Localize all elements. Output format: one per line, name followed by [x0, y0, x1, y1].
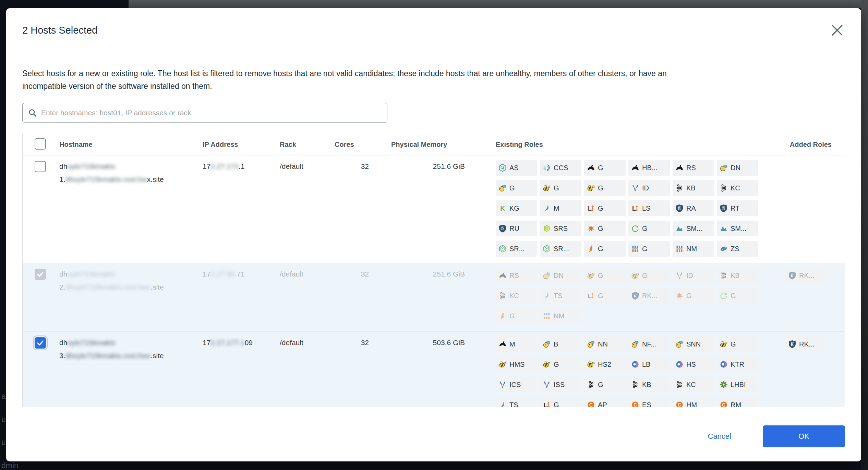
memory-cell: 251.6 GiB — [381, 263, 477, 331]
bee-icon — [587, 271, 595, 280]
role-badge-label: G — [554, 361, 559, 368]
role-badge-label: HS — [686, 361, 696, 368]
orca-icon — [587, 164, 595, 172]
role-badge-label: KB — [731, 272, 740, 280]
role-badge-label: ZS — [731, 245, 739, 253]
role-badge-label: HS2 — [598, 361, 611, 368]
cms-icon: C — [675, 401, 684, 407]
impala-icon — [498, 380, 507, 389]
role-badge: ISS — [540, 377, 581, 392]
role-badge-label: G — [686, 292, 692, 300]
memory-cell: 503.6 GiB — [381, 332, 477, 407]
role-badge: G — [673, 288, 714, 304]
role-badge-label: G — [554, 401, 559, 407]
role-badge: G — [540, 180, 581, 196]
role-badge: M — [540, 200, 581, 216]
dialog-footer: Cancel OK — [708, 425, 845, 447]
smm-icon — [720, 224, 728, 233]
bee-icon — [587, 184, 595, 192]
role-badge: SM... — [717, 221, 758, 236]
role-badge-label: G — [598, 272, 603, 280]
svg-text:C: C — [589, 402, 593, 407]
orca-icon — [631, 164, 639, 172]
role-badge-label: ISS — [554, 381, 565, 389]
ip-address-cell: 172.27.172.1 — [203, 155, 280, 263]
impala-icon — [543, 380, 551, 389]
role-badge: RRK... — [785, 336, 825, 352]
role-badge: G — [717, 336, 758, 352]
hostname-cell: dhoyle715kmakts2.dhoyle715kmakts.root.hw… — [59, 263, 203, 331]
role-badge: RS — [673, 160, 714, 176]
cores-cell: 32 — [335, 155, 381, 263]
hostname-cell: dhoyle715kmakts1.dhoyle715kmakts.root.hw… — [59, 155, 203, 263]
role-badge-label: KC — [731, 184, 740, 192]
kudu-icon — [543, 204, 551, 212]
role-badge: ID — [673, 268, 714, 283]
role-badge: NM — [540, 308, 581, 324]
role-badge: KKG — [496, 200, 537, 216]
role-badge: G — [628, 241, 670, 257]
knox-icon: K — [498, 204, 507, 212]
table-row[interactable]: dhoyle715kmakts1.dhoyle715kmakts.root.hw… — [23, 155, 845, 263]
role-badge: G — [540, 356, 581, 372]
table-body: dhoyle715kmakts1.dhoyle715kmakts.root.hw… — [23, 155, 845, 407]
role-badge-label: NN — [598, 340, 608, 348]
cores-cell: 32 — [335, 332, 381, 407]
host-checkbox[interactable] — [35, 337, 46, 349]
role-badge: LG — [584, 200, 626, 216]
hostname-fqdn: 2.dhoyle715kmakts.root.hwx.site — [59, 283, 203, 291]
solr-icon — [675, 292, 684, 300]
host-checkbox[interactable] — [35, 161, 46, 172]
role-badge-label: ID — [642, 184, 649, 192]
kafka-icon — [631, 380, 639, 389]
ranger-icon: R — [675, 204, 684, 212]
role-badge: NF... — [628, 336, 670, 352]
role-badge-label: G — [598, 245, 603, 253]
select-all-checkbox[interactable] — [35, 138, 46, 150]
role-badge: CAP — [584, 397, 626, 407]
svg-text:C: C — [722, 402, 725, 407]
kafka-icon — [675, 380, 684, 389]
role-badge: G — [628, 221, 670, 236]
column-header-existing-roles: Existing Roles — [477, 141, 785, 149]
table-row[interactable]: dhoyle715kmakts3.dhoyle715kmakts.root.hw… — [23, 331, 845, 407]
memory-cell: 251.6 GiB — [381, 155, 477, 263]
hue-icon — [720, 360, 728, 368]
role-badge: RRU — [496, 221, 537, 236]
hostname: dhoyle715kmakts — [59, 270, 203, 278]
spark-icon — [631, 224, 639, 233]
impala-icon — [631, 184, 639, 192]
yarn-icon — [675, 245, 684, 253]
impala-icon — [675, 271, 684, 280]
cores-cell: 32 — [335, 263, 381, 331]
role-badge-label: G — [642, 272, 648, 280]
role-badge-label: ES — [642, 401, 651, 407]
close-icon[interactable] — [830, 23, 844, 37]
role-badge: ZS — [717, 241, 758, 257]
ok-button[interactable]: OK — [763, 425, 845, 447]
role-badge: ICS — [496, 377, 537, 392]
role-badge-label: AP — [598, 401, 607, 407]
role-badge: RS — [496, 268, 537, 283]
role-badge-label: SM... — [731, 225, 747, 233]
svg-text:L: L — [544, 402, 547, 407]
table-row[interactable]: dhoyle715kmakts2.dhoyle715kmakts.root.hw… — [23, 263, 845, 331]
hostname-cell: dhoyle715kmakts3.dhoyle715kmakts.root.hw… — [59, 332, 203, 407]
elephant-icon — [498, 184, 507, 192]
kafka-icon — [675, 184, 684, 192]
hostname: dhoyle715kmakts — [59, 339, 203, 347]
role-badge: SRS — [540, 221, 581, 236]
role-badge-label: LS — [642, 204, 650, 212]
ranger-icon: R — [788, 271, 796, 280]
column-header-rack: Rack — [280, 141, 335, 149]
role-badge-label: NM — [554, 312, 564, 320]
role-badge: G — [584, 241, 626, 257]
role-badge: HB... — [628, 160, 670, 176]
role-badge-label: KC — [509, 292, 519, 300]
role-badge-label: DN — [731, 164, 740, 172]
elephant-icon — [543, 340, 551, 348]
orca-icon — [675, 164, 684, 172]
sqoop-icon — [587, 245, 595, 253]
cancel-button[interactable]: Cancel — [708, 432, 731, 441]
search-input[interactable] — [37, 103, 387, 122]
